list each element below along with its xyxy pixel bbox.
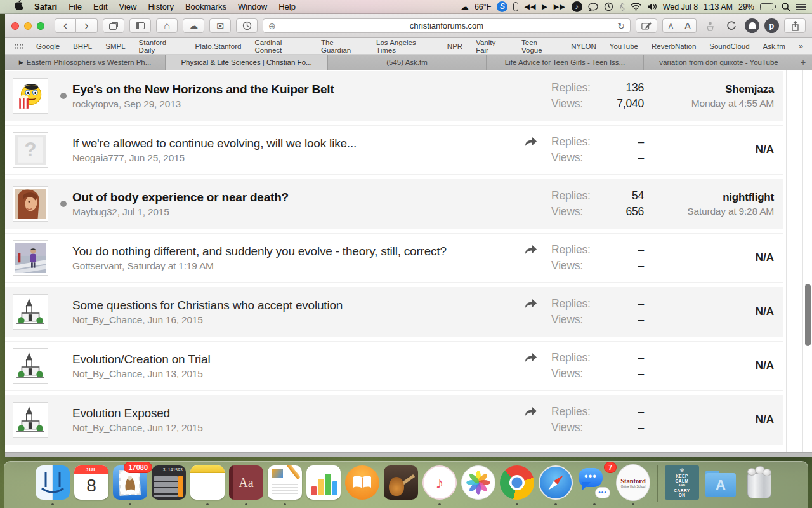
minimize-window-button[interactable] — [24, 22, 32, 30]
tab-askfm[interactable]: (545) Ask.fm — [328, 55, 487, 70]
dock-calendar-icon[interactable]: JUL 8 — [74, 465, 108, 500]
thread-byline[interactable]: Not_By_Chance, Jun 13, 2015 — [72, 368, 519, 380]
bookmark-stanford-daily[interactable]: Stanford Daily — [139, 39, 182, 54]
thread-byline[interactable]: Not_By_Chance, Jun 12, 2015 — [72, 422, 519, 434]
dock-mail-icon[interactable]: 17080 — [113, 465, 147, 500]
avatar-crosswalk-figure[interactable] — [13, 240, 48, 276]
zoom-window-button[interactable] — [37, 22, 44, 30]
tab-don-quixote-youtube[interactable]: variation from don quixote - YouTube — [644, 55, 794, 70]
menu-bookmarks[interactable]: Bookmarks — [180, 0, 232, 13]
spotlight-search-icon[interactable] — [782, 1, 790, 13]
ghostery-button[interactable] — [745, 18, 759, 33]
apple-menu-icon[interactable] — [9, 0, 29, 13]
last-post-time[interactable]: Saturday at 9:28 AM — [653, 206, 774, 217]
bookmarks-overflow-chevron[interactable]: » — [799, 41, 803, 51]
avatar-woman-portrait[interactable] — [13, 186, 48, 222]
thread-title[interactable]: Out of body experience or near death? — [72, 190, 519, 204]
dock-dictionary-icon[interactable]: Aa — [229, 465, 263, 500]
thread-byline[interactable]: Not_By_Chance, Jun 16, 2015 — [72, 314, 519, 326]
extension-dropper-button[interactable] — [702, 18, 718, 33]
sidebar-button[interactable] — [129, 18, 151, 33]
shazam-icon[interactable]: S — [497, 1, 508, 12]
bookmark-reverbnation[interactable]: ReverbNation — [652, 43, 696, 50]
bookmark-google[interactable]: Google — [36, 43, 60, 50]
thread-row-out-of-body[interactable]: Out of body experience or near death? Ma… — [5, 179, 783, 229]
new-tab-button[interactable]: + — [794, 55, 812, 70]
url-text[interactable]: christianforums.com — [276, 21, 618, 30]
bookmark-teen-vogue[interactable]: Teen Vogue — [521, 39, 558, 54]
menu-help[interactable]: Help — [273, 0, 301, 13]
menu-history[interactable]: History — [142, 0, 179, 13]
weather-cloud-icon[interactable]: ☁ — [461, 1, 469, 13]
dock-itunes-icon[interactable]: ♪ — [422, 465, 457, 500]
dock-ibooks-icon[interactable] — [345, 465, 379, 500]
avatar-church-drawing[interactable] — [13, 348, 48, 384]
thread-row-evolution-creation-trial[interactable]: Evolution/Creation on Trial Not_By_Chanc… — [5, 341, 783, 391]
last-poster[interactable]: Shemjaza — [653, 83, 774, 96]
back-button[interactable]: ‹ — [55, 18, 76, 33]
media-play-icon[interactable]: ▶ — [542, 3, 547, 11]
close-window-button[interactable] — [11, 22, 19, 30]
tab-life-advice[interactable]: Life Advice for Teen Girls - Teen Iss... — [487, 55, 644, 70]
menu-window[interactable]: Window — [232, 0, 273, 13]
battery-icon[interactable] — [760, 3, 776, 10]
tab-overview-button[interactable] — [103, 18, 124, 33]
last-post-time[interactable]: Monday at 4:55 AM — [653, 98, 774, 109]
thread-title[interactable]: You do nothing different, and suddenly y… — [72, 244, 519, 258]
font-smaller-button[interactable]: A — [662, 18, 679, 33]
last-poster[interactable]: nightflight — [653, 191, 774, 204]
menu-edit[interactable]: Edit — [88, 0, 113, 13]
font-larger-button[interactable]: A — [679, 18, 697, 33]
dock-stanford-ohs-icon[interactable]: Stanford Online High School — [616, 465, 650, 500]
thread-title[interactable]: If we're allowed to continue evolving, w… — [72, 137, 519, 150]
time-machine-icon[interactable] — [604, 1, 613, 13]
bookmarks-grid-icon[interactable] — [14, 43, 23, 50]
dock-keep-calm-file-icon[interactable]: ♛ KEEP CALM AND CARRY ON — [665, 465, 699, 500]
share-button[interactable] — [784, 18, 806, 33]
thread-title[interactable]: Evolution/Creation on Trial — [72, 352, 519, 366]
vertical-scrollbar[interactable] — [805, 284, 811, 346]
media-rewind-icon[interactable]: ◀◀ — [524, 3, 536, 11]
dock-notes-icon[interactable] — [190, 465, 225, 500]
chat-bubble-icon[interactable] — [588, 1, 598, 13]
menu-view[interactable]: View — [114, 0, 143, 13]
notification-center-icon[interactable] — [796, 4, 806, 10]
menu-time[interactable]: 1:13 AM — [704, 3, 733, 11]
media-forward-icon[interactable]: ▶▶ — [554, 3, 566, 11]
wifi-icon[interactable] — [631, 1, 641, 13]
avatar-question-mark[interactable]: ? — [13, 132, 48, 168]
avatar-popcorn-smiley[interactable] — [13, 78, 48, 114]
avatar-church-drawing[interactable] — [13, 294, 48, 330]
reading-list-button[interactable] — [236, 18, 258, 33]
dock-numbers-icon[interactable] — [306, 465, 341, 500]
bookmark-npr[interactable]: NPR — [447, 43, 462, 50]
menu-date[interactable]: Wed Jul 8 — [663, 3, 698, 11]
bluetooth-icon[interactable] — [619, 1, 625, 13]
dock-applications-folder-icon[interactable]: A — [704, 465, 738, 500]
pinterest-button[interactable]: p — [764, 18, 779, 33]
tab-physical-life-sciences[interactable]: Physical & Life Sciences | Christian Fo.… — [166, 55, 328, 70]
menu-app-name[interactable]: Safari — [29, 0, 63, 13]
dock-messages-icon[interactable]: 7 ••• ••• — [577, 465, 612, 500]
thread-byline[interactable]: Maybug32, Jul 1, 2015 — [72, 206, 519, 218]
thread-byline[interactable]: Gottservant, Saturday at 1:19 AM — [72, 260, 519, 272]
bookmark-the-guardian[interactable]: The Guardian — [321, 39, 363, 54]
thread-title[interactable]: Some questions for Christians who accept… — [72, 298, 519, 312]
thread-title[interactable]: Evolution Exposed — [72, 406, 519, 420]
thread-row-evolution-exposed[interactable]: Evolution Exposed Not_By_Chance, Jun 12,… — [5, 395, 783, 444]
bookmark-plato-stanford[interactable]: Plato.Stanford — [195, 43, 242, 50]
dock-finder-icon[interactable] — [36, 465, 70, 500]
bookmark-youtube[interactable]: YouTube — [610, 43, 638, 50]
bookmark-smpl[interactable]: SMPL — [105, 43, 125, 50]
thread-row-you-do-nothing-different[interactable]: You do nothing different, and suddenly y… — [5, 233, 783, 283]
bookmark-la-times[interactable]: Los Angeles Times — [376, 39, 434, 54]
tab-eastern-philosophers[interactable]: ▶ Eastern Philosophers vs Western Ph... — [5, 55, 166, 70]
session-restore-button[interactable] — [723, 18, 740, 33]
compose-button[interactable] — [636, 18, 657, 33]
dock-chrome-icon[interactable] — [500, 465, 534, 500]
dock-calculator-icon[interactable]: 3.141593 — [152, 465, 186, 500]
bookmark-soundcloud[interactable]: SoundCloud — [709, 43, 749, 50]
thread-row-new-horizons[interactable]: Eye's on the New Horizons and the Kuiper… — [5, 71, 783, 121]
dock-safari-icon[interactable] — [539, 465, 573, 500]
music-menu-icon[interactable]: ♪ — [572, 1, 582, 12]
